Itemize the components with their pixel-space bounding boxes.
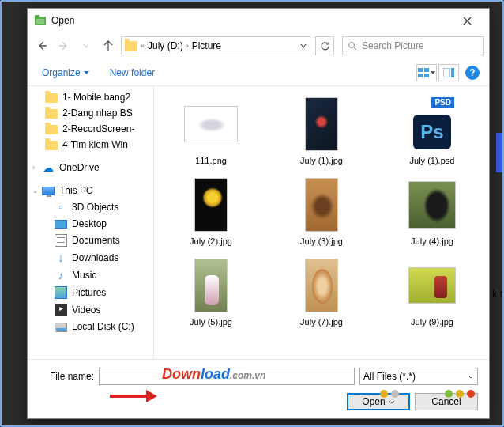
svg-rect-1 [35,15,39,17]
svg-rect-5 [424,68,429,72]
sidebar-item-music[interactable]: ♪Music [28,266,153,284]
file-item[interactable]: PSDPsJuly (1).psd [378,93,486,168]
sidebar-item-vid[interactable]: Videos [28,301,153,319]
recent-button[interactable] [77,36,96,55]
file-name: July (1).psd [410,156,455,165]
folder-icon [125,41,137,51]
sidebar-item-folder[interactable]: 4-Tim kiem Win [28,137,153,153]
file-item[interactable]: July (7).jpg [268,254,375,330]
preview-icon [443,68,454,77]
address-bar: « July (D:) › Picture Search Picture [28,32,489,59]
music-icon: ♪ [55,269,67,282]
close-button[interactable] [451,9,483,32]
svg-rect-2 [36,19,44,24]
file-item[interactable]: July (3).jpg [268,173,375,249]
arrow-right-icon [58,40,70,51]
svg-point-3 [349,43,355,48]
folder-icon [45,125,58,134]
file-type-filter[interactable]: All Files (*.*) [359,368,478,385]
pic-icon [55,286,67,299]
open-button[interactable]: Open [347,393,410,410]
up-button[interactable] [99,36,118,55]
chevron-down-icon[interactable] [300,43,307,49]
dialog-title: Open [51,15,451,26]
refresh-icon [320,41,330,51]
desktop-icon [55,220,67,229]
image-thumbnail [194,178,228,232]
cancel-button[interactable]: Cancel [415,393,478,410]
back-button[interactable] [32,36,51,55]
bottom-bar: File name: All Files (*.*) Open Cancel D… [28,359,489,418]
sidebar-item-folder[interactable]: 2-Dang nhap BS [28,105,153,121]
svg-rect-9 [451,68,454,77]
arrow-up-icon [103,40,114,51]
dialog-body: 1- Mobile bang22-Dang nhap BS2-RecordScr… [28,86,489,359]
sidebar-item-folder[interactable]: 2-RecordScreen- [28,121,153,137]
folder-label: 4-Tim kiem Win [62,139,128,150]
filename-input[interactable] [99,368,355,385]
navigation-pane[interactable]: 1- Mobile bang22-Dang nhap BS2-RecordScr… [28,86,154,359]
file-grid: 111.pngJuly (1).jpgPSDPsJuly (1).psdJuly… [157,93,486,330]
new-folder-button[interactable]: New folder [105,64,160,81]
file-name: July (5).jpg [190,317,232,327]
sidebar-item-dl[interactable]: ↓Downloads [28,249,153,266]
sidebar-item-doc[interactable]: Documents [28,232,153,249]
search-icon [348,41,357,51]
file-item[interactable]: July (4).jpg [378,173,486,249]
doc-icon [55,234,67,247]
file-item[interactable]: July (2).jpg [157,173,265,249]
image-thumbnail [408,181,456,229]
item-label: Music [72,270,96,281]
path-segment-folder[interactable]: Picture [192,40,221,51]
view-mode-button[interactable] [416,64,437,81]
split-icon [389,400,395,404]
file-item[interactable]: 111.png [157,93,265,168]
image-thumbnail [184,106,238,142]
sidebar-item-disk[interactable]: Local Disk (C:) [28,319,153,334]
path-prefix: « [141,42,145,50]
item-label: Videos [72,304,100,316]
folder-icon [45,141,58,150]
svg-rect-4 [418,68,423,72]
toolbar: Organize New folder ? [28,59,489,86]
file-name: July (3).jpg [300,236,343,246]
file-name: July (2).jpg [190,236,232,246]
help-button[interactable]: ? [465,66,480,80]
sidebar-item-onedrive[interactable]: › ☁ OneDrive [28,159,153,176]
item-label: Desktop [72,218,107,229]
sidebar-item-this-pc[interactable]: ⌄ This PC [28,183,153,198]
folder-icon [45,93,58,103]
sidebar-item-desktop[interactable]: Desktop [28,216,153,232]
forward-button[interactable] [55,36,73,55]
open-file-dialog: Open « July (D:) › Picture Search Pictur… [27,8,490,419]
sidebar-item-folder[interactable]: 1- Mobile bang2 [28,89,153,105]
background-text: k t [492,289,502,300]
folder-icon [45,109,58,119]
svg-rect-6 [418,74,423,77]
path-segment-drive[interactable]: July (D:) [148,40,183,51]
preview-pane-button[interactable] [438,64,459,81]
refresh-button[interactable] [315,36,334,55]
breadcrumb[interactable]: « July (D:) › Picture [121,36,310,55]
organize-button[interactable]: Organize [37,64,94,81]
chevron-down-icon [83,43,89,49]
sidebar-item-pic[interactable]: Pictures [28,284,153,301]
close-icon [463,17,472,25]
file-name: July (7).jpg [300,317,343,327]
collapse-icon[interactable]: ⌄ [32,187,39,195]
file-item[interactable]: July (5).jpg [157,254,265,330]
file-name: 111.png [195,156,227,165]
search-input[interactable]: Search Picture [342,36,484,55]
folder-label: 2-Dang nhap BS [62,108,133,119]
vid-icon [55,304,67,316]
sidebar-item-3d[interactable]: ▫3D Objects [28,198,153,216]
file-item[interactable]: July (1).jpg [268,93,375,168]
filter-label: All Files (*.*) [363,371,416,382]
disk-icon [55,323,67,332]
image-thumbnail [194,259,228,312]
file-item[interactable]: July (9).jpg [378,254,486,330]
image-thumbnail [305,97,338,151]
filename-label: File name: [39,371,94,382]
file-list-pane[interactable]: 111.pngJuly (1).jpgPSDPsJuly (1).psdJuly… [154,86,489,359]
expand-icon[interactable]: › [32,164,35,172]
